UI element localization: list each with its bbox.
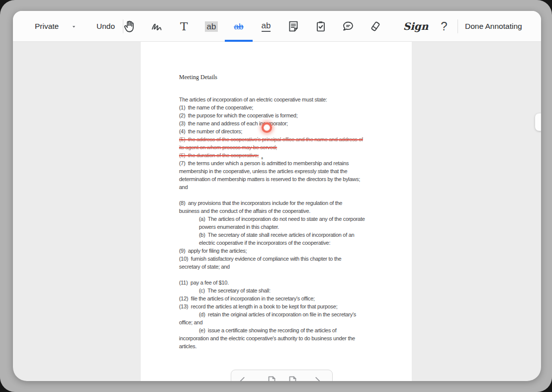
- doc-line: (3) the name and address of each incorpo…: [179, 119, 412, 127]
- strikethrough-annotation[interactable]: (6) the duration of the cooperative;: [177, 152, 261, 158]
- tool-comment-button[interactable]: [338, 11, 358, 42]
- doc-line: business and the conduct of the affairs …: [179, 207, 412, 215]
- toolbar-divider: [458, 19, 458, 33]
- tool-strikethrough-button[interactable]: ab: [229, 11, 249, 42]
- doc-line: [179, 191, 412, 199]
- tool-note-button[interactable]: [283, 11, 303, 42]
- hand-icon: [122, 19, 136, 33]
- doc-line: (11) pay a fee of $10.: [179, 279, 412, 287]
- touch-indicator: [262, 122, 272, 133]
- doc-line: (2) the purpose for which the cooperativ…: [179, 111, 412, 119]
- undo-button[interactable]: Undo: [96, 11, 115, 42]
- doc-line: (10) furnish satisfactory evidence of co…: [179, 255, 412, 263]
- doc-line: incorporation and the electric cooperati…: [179, 334, 412, 342]
- tool-checkbox-button[interactable]: [311, 11, 331, 42]
- doc-line: (b) The secretary of state shall receive…: [179, 231, 412, 239]
- doc-line: (5) the address of the cooperative's pri…: [179, 135, 412, 143]
- doc-line: (8) any provisions that the incorporator…: [179, 199, 412, 207]
- help-button-label: ?: [441, 19, 447, 33]
- doc-line: (9) apply for filing the articles;: [179, 247, 412, 255]
- eraser-icon: [368, 19, 382, 33]
- doc-line: (6) the duration of the cooperative;ₐ: [179, 151, 412, 159]
- chevron-down-icon: [71, 23, 77, 30]
- doc-line: (7) the terms under which a person is ad…: [179, 159, 412, 167]
- document-title: Meeting Details: [179, 74, 412, 81]
- doc-line: powers enumerated in this chapter.: [179, 223, 412, 231]
- annotation-toolbar: Private Undo Tababab Sign ? Done Annotat…: [13, 11, 541, 42]
- doc-line: (1) the name of the cooperative;: [179, 103, 412, 111]
- annotation-app-window: Private Undo Tababab Sign ? Done Annotat…: [13, 11, 541, 381]
- tool-underline-button[interactable]: ab: [256, 11, 276, 42]
- tool-ink-button[interactable]: [147, 11, 167, 42]
- doc-line: (12) file the articles of incorporation …: [179, 294, 412, 302]
- text-icon: T: [180, 21, 187, 32]
- doc-line: [179, 271, 412, 279]
- underline-icon: ab: [262, 21, 271, 32]
- doc-line: The articles of incorporation of an elec…: [179, 96, 412, 103]
- doc-line: membership in the cooperative, unless th…: [179, 167, 412, 175]
- side-panel-handle[interactable]: [535, 113, 541, 131]
- comment-icon: [341, 19, 355, 33]
- strikethrough-annotation[interactable]: its agent on whom process may be served;: [177, 144, 279, 150]
- chevron-right-icon: [311, 375, 324, 381]
- doc-line: electric cooperative if the incorporator…: [179, 239, 412, 247]
- document-canvas[interactable]: Meeting Details The articles of incorpor…: [13, 42, 541, 381]
- visibility-dropdown[interactable]: Private: [35, 11, 77, 42]
- note-icon: [286, 19, 300, 33]
- doc-line: and: [179, 183, 412, 191]
- jump-previous-annotation-button[interactable]: [263, 373, 280, 381]
- next-page-button[interactable]: [309, 373, 326, 381]
- doc-line: its agent on whom process may be served;: [179, 143, 412, 151]
- page-next-icon: [286, 375, 299, 381]
- pdf-page[interactable]: Meeting Details The articles of incorpor…: [141, 42, 412, 381]
- page-navigator: [231, 370, 333, 381]
- document-body: The articles of incorporation of an elec…: [179, 96, 412, 350]
- doc-line: (a) The articles of incorporation do not…: [179, 215, 412, 223]
- tool-highlight-button[interactable]: ab: [201, 11, 221, 42]
- doc-line: (c) The secretary of state shall:: [179, 287, 412, 294]
- chevron-left-icon: [236, 375, 249, 381]
- previous-page-button[interactable]: [234, 373, 251, 381]
- undo-button-label: Undo: [96, 22, 115, 31]
- doc-line: (e) issue a certificate showing the reco…: [179, 326, 412, 334]
- doc-line: secretary of state; and: [179, 263, 412, 271]
- annotation-tools-group: Tababab: [119, 11, 385, 42]
- done-annotating-label: Done Annotating: [465, 22, 522, 31]
- strikethrough-icon: ab: [234, 22, 244, 31]
- doc-line: determination of membership matters is r…: [179, 175, 412, 183]
- visibility-dropdown-label: Private: [35, 22, 59, 31]
- doc-line: (13) record the articles at length in a …: [179, 302, 412, 310]
- done-annotating-button[interactable]: Done Annotating: [462, 11, 525, 42]
- doc-line: (4) the number of directors;: [179, 127, 412, 135]
- sign-tool-label: Sign: [403, 20, 429, 32]
- tablet-frame: Private Undo Tababab Sign ? Done Annotat…: [0, 0, 552, 392]
- tool-text-button[interactable]: T: [174, 11, 194, 42]
- page-previous-icon: [265, 375, 278, 381]
- clipboard-check-icon: [314, 19, 328, 33]
- jump-next-annotation-button[interactable]: [284, 373, 301, 381]
- tool-pan-button[interactable]: [119, 11, 139, 42]
- doc-line: office; and: [179, 318, 412, 326]
- help-button[interactable]: ?: [436, 11, 452, 42]
- doc-line: (d) retain the original articles of inco…: [179, 310, 412, 318]
- highlight-icon: ab: [205, 21, 218, 32]
- strikethrough-annotation[interactable]: (5) the address of the cooperative's pri…: [177, 136, 365, 142]
- tool-eraser-button[interactable]: [366, 11, 385, 42]
- doc-line: articles.: [179, 342, 412, 350]
- sign-tool-button[interactable]: Sign: [400, 11, 432, 42]
- scribble-icon: [150, 19, 164, 33]
